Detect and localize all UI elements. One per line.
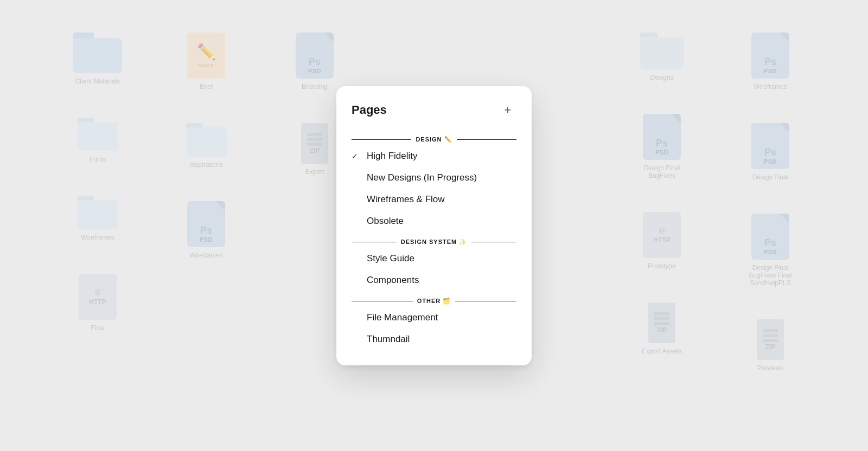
page-item-components[interactable]: Components bbox=[336, 269, 532, 291]
page-item-thumbnail[interactable]: Thumndail bbox=[336, 328, 532, 350]
modal-header: Pages + bbox=[336, 101, 532, 130]
add-page-button[interactable]: + bbox=[499, 101, 516, 119]
divider-line-left-ds bbox=[352, 242, 397, 242]
page-item-file-management[interactable]: File Management bbox=[336, 307, 532, 328]
divider-line-right-design bbox=[457, 139, 516, 140]
other-section-label: OTHER 🗂️ bbox=[417, 298, 451, 305]
page-item-wireframes-flow[interactable]: Wireframes & Flow bbox=[336, 189, 532, 210]
page-name-thumbnail: Thumndail bbox=[367, 334, 410, 345]
divider-line-left-design bbox=[352, 139, 411, 140]
page-name-wireframes-flow: Wireframes & Flow bbox=[367, 194, 445, 205]
page-name-file-management: File Management bbox=[367, 312, 438, 323]
modal-title: Pages bbox=[352, 103, 387, 117]
page-item-style-guide[interactable]: Style Guide bbox=[336, 248, 532, 269]
divider-line-right-other bbox=[455, 301, 516, 301]
divider-line-right-ds bbox=[471, 242, 516, 242]
design-system-section-label: DESIGN SYSTEM ✨ bbox=[401, 239, 468, 246]
design-system-section-divider: DESIGN SYSTEM ✨ bbox=[336, 232, 532, 248]
page-name-new-designs: New Designs (In Progress) bbox=[367, 172, 477, 183]
check-icon: ✓ bbox=[352, 152, 362, 160]
design-section-divider: DESIGN ✏️ bbox=[336, 130, 532, 145]
page-name-components: Components bbox=[367, 275, 419, 286]
modal-overlay: Pages + DESIGN ✏️ ✓ High Fidelity New De… bbox=[0, 0, 868, 451]
page-name-style-guide: Style Guide bbox=[367, 253, 414, 264]
page-item-obsolete[interactable]: Obsolete bbox=[336, 210, 532, 232]
divider-line-left-other bbox=[352, 301, 413, 301]
pages-modal: Pages + DESIGN ✏️ ✓ High Fidelity New De… bbox=[336, 86, 532, 365]
page-name-obsolete: Obsolete bbox=[367, 216, 404, 227]
other-section-divider: OTHER 🗂️ bbox=[336, 291, 532, 307]
page-item-high-fidelity[interactable]: ✓ High Fidelity bbox=[336, 145, 532, 167]
page-item-new-designs[interactable]: New Designs (In Progress) bbox=[336, 167, 532, 189]
design-section-label: DESIGN ✏️ bbox=[416, 136, 452, 143]
page-name-high-fidelity: High Fidelity bbox=[367, 151, 418, 162]
